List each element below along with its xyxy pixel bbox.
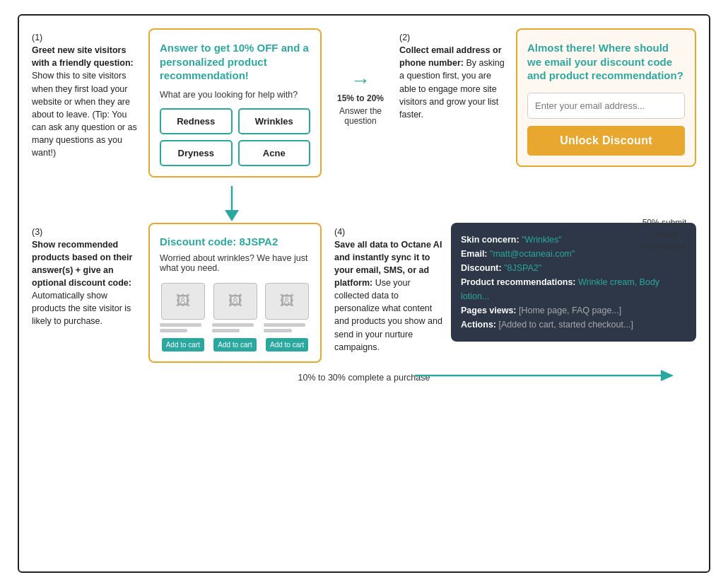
step2-text: (2) Collect email address or phone numbe… xyxy=(399,28,509,121)
step4-text: (4) Save all data to Octane AI and insta… xyxy=(334,223,444,354)
bottom-arrow-row: 10% to 30% complete a purchase xyxy=(32,373,696,383)
product-box: Discount code: 8JSPA2 Worried about wrin… xyxy=(148,223,322,363)
data-label-1: Email: xyxy=(461,249,490,259)
step2-num: (2) xyxy=(399,33,410,42)
bottom-label: 10% to 30% complete a purchase xyxy=(298,373,430,383)
quiz-btn-acne[interactable]: Acne xyxy=(238,140,311,166)
product-line-1a xyxy=(160,323,201,327)
data-label-3: Product recommendations: xyxy=(461,277,578,287)
product-card-2: 🖼 Add to cart xyxy=(212,283,259,351)
product-image-3: 🖼 xyxy=(265,283,309,320)
product-line-2a xyxy=(212,323,254,327)
step1-desc: Show this to site visitors when they fir… xyxy=(32,71,137,158)
product-line-2b xyxy=(212,329,240,332)
arrow-label1: 15% to 20% xyxy=(337,93,384,103)
product-cards: 🖼 Add to cart 🖼 Add xyxy=(160,283,310,351)
data-label-0: Skin concern: xyxy=(461,235,522,245)
product-heading: Discount code: 8JSPA2 xyxy=(160,236,310,248)
product-img-icon-3: 🖼 xyxy=(280,293,294,309)
product-img-icon-1: 🖼 xyxy=(176,293,190,309)
middle-arrow-area: → 15% to 20% Answer the question xyxy=(329,28,392,126)
step3-desc: Automatically show products the site vis… xyxy=(32,291,131,326)
product-line-3b xyxy=(264,329,291,332)
add-cart-btn-3[interactable]: Add to cart xyxy=(266,338,308,351)
quiz-btn-dryness[interactable]: Dryness xyxy=(160,140,233,166)
email-box: Almost there! Where should we email your… xyxy=(516,28,696,167)
product-subtext: Worried about wrinkles? We have just wha… xyxy=(160,253,310,273)
main-container: (1) Greet new site visitors with a frien… xyxy=(18,14,710,573)
svg-marker-3 xyxy=(661,370,674,381)
product-img-icon-2: 🖼 xyxy=(228,293,242,309)
data-row-4: Pages views: [Home page, FAQ page...] xyxy=(461,303,686,318)
step1-text: (1) Greet new site visitors with a frien… xyxy=(32,28,141,159)
data-label-2: Discount: xyxy=(461,263,504,273)
product-card-1: 🖼 Add to cart xyxy=(160,283,206,351)
data-val-1: "matt@octaneai.com" xyxy=(490,249,575,259)
step4-num: (4) xyxy=(334,227,345,237)
bottom-row: (3) Show recommended products based on t… xyxy=(32,223,696,363)
quiz-buttons: Redness Wrinkles Dryness Acne xyxy=(160,108,310,166)
top-row: (1) Greet new site visitors with a frien… xyxy=(32,28,696,178)
quiz-subtext: What are you looking for help with? xyxy=(160,90,310,100)
step3-text: (3) Show recommended products based on t… xyxy=(32,223,141,328)
email-heading: Almost there! Where should we email your… xyxy=(527,41,685,83)
data-val-2: "8JSPA2" xyxy=(504,263,541,273)
product-image-2: 🖼 xyxy=(213,283,257,320)
quiz-box: Answer to get 10% OFF and a personalized… xyxy=(148,28,322,178)
data-val-5: [Added to cart, started checkout...] xyxy=(498,320,633,330)
add-cart-btn-2[interactable]: Add to cart xyxy=(213,338,256,351)
product-card-3: 🖼 Add to cart xyxy=(264,283,310,351)
arrow-label2: Answer the question xyxy=(329,106,392,126)
svg-marker-1 xyxy=(225,210,239,221)
quiz-btn-wrinkles[interactable]: Wrinkles xyxy=(238,108,311,134)
email-input[interactable] xyxy=(527,93,685,119)
product-lines-1 xyxy=(160,323,206,335)
step1-num: (1) xyxy=(32,33,42,42)
data-row-2: Discount: "8JSPA2" xyxy=(461,261,686,275)
product-lines-3 xyxy=(264,323,310,335)
product-image-1: 🖼 xyxy=(161,283,205,320)
step4-desc: Use your collected data to personalize w… xyxy=(334,278,442,352)
data-label-5: Actions: xyxy=(461,320,498,330)
right-arrow-icon: → xyxy=(351,71,370,91)
product-line-3a xyxy=(264,323,305,327)
step3-title: Show recommended products based on their… xyxy=(32,240,132,288)
product-line-1b xyxy=(160,329,187,332)
data-val-0: "Wrinkles" xyxy=(522,235,562,245)
unlock-discount-button[interactable]: Unlock Discount xyxy=(527,126,685,156)
data-row-5: Actions: [Added to cart, started checkou… xyxy=(461,318,686,332)
product-lines-2 xyxy=(212,323,259,335)
add-cart-btn-1[interactable]: Add to cart xyxy=(162,338,204,351)
data-row-3: Product recommendations: Wrinkle cream, … xyxy=(461,275,686,303)
data-val-4: [Home page, FAQ page...] xyxy=(519,306,621,315)
data-label-4: Pages views: xyxy=(461,306,519,315)
bottom-right-arrow-svg xyxy=(415,366,683,385)
step3-num: (3) xyxy=(32,227,42,237)
quiz-btn-redness[interactable]: Redness xyxy=(160,108,233,134)
quiz-heading: Answer to get 10% OFF and a personalized… xyxy=(160,41,310,83)
step1-title: Greet new site visitors with a friendly … xyxy=(32,45,134,68)
submit-label: 50% submit contact information xyxy=(633,217,696,252)
down-arrow-connector xyxy=(221,186,242,223)
